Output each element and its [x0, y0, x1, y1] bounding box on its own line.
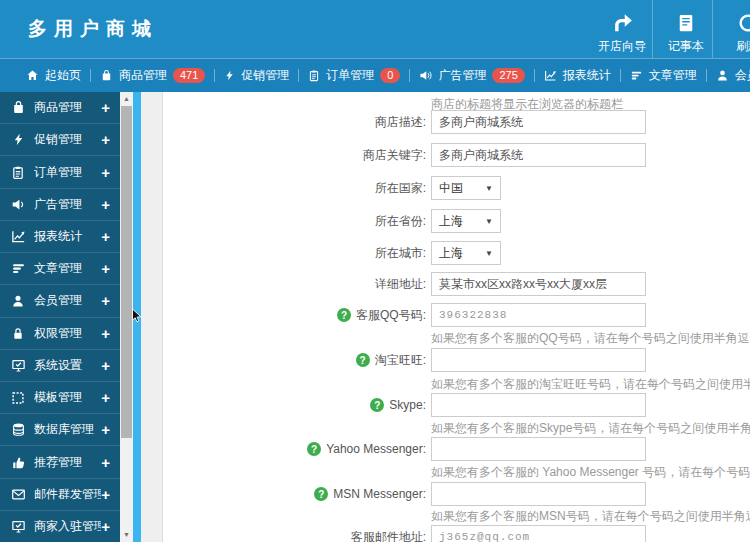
help-icon[interactable]: ? [370, 398, 384, 412]
field-label: 所在省份: [375, 213, 426, 230]
lock-icon [10, 326, 26, 341]
expand-plus-icon[interactable]: + [101, 390, 110, 405]
sidebar-item-goods[interactable]: 商品管理 + [0, 92, 120, 124]
sidebar-item-reports[interactable]: 报表统计 + [0, 221, 120, 253]
sidebar-item-label: 推荐管理 [34, 454, 101, 471]
goods-count-badge: 471 [173, 68, 205, 83]
field-label: 详细地址: [375, 276, 426, 293]
nav-item-label: 商品管理 [119, 67, 167, 84]
article-lines-icon [10, 261, 26, 276]
nav-item-promotion[interactable]: 促销管理 [224, 67, 289, 84]
lightning-icon [224, 69, 235, 82]
expand-plus-icon[interactable]: + [101, 293, 110, 308]
msn-messenger-input[interactable] [431, 482, 646, 506]
help-icon[interactable]: ? [307, 442, 321, 456]
city-select[interactable]: 上海 ▼ [431, 241, 501, 265]
qq-number-input[interactable] [431, 303, 646, 327]
yahoo-messenger-input[interactable] [431, 437, 646, 461]
sidebar-item-templates[interactable]: 模板管理 + [0, 382, 120, 414]
sidebar-item-merchant-entry[interactable]: 商家入驻管理 + [0, 511, 120, 542]
sidebar-item-members[interactable]: 会员管理 + [0, 285, 120, 317]
sidebar-item-promotion[interactable]: 促销管理 + [0, 124, 120, 156]
expand-plus-icon[interactable]: + [101, 100, 110, 115]
form-row-address: 详细地址: [163, 272, 646, 296]
nav-separator [214, 69, 215, 82]
expand-plus-icon[interactable]: + [101, 358, 110, 373]
merchant-monitor-icon [10, 519, 26, 534]
nav-separator [706, 69, 707, 82]
expand-plus-icon[interactable]: + [101, 229, 110, 244]
notepad-icon [656, 9, 716, 36]
expand-plus-icon[interactable]: + [101, 132, 110, 147]
chevron-down-icon: ▼ [485, 184, 493, 193]
nav-separator [409, 69, 410, 82]
chevron-down-icon: ▼ [485, 249, 493, 258]
open-shop-wizard-button[interactable]: 开店向导 [592, 9, 652, 55]
member-user-icon [716, 69, 729, 82]
sidebar-item-database[interactable]: 数据库管理 + [0, 414, 120, 446]
sidebar-item-mass-mail[interactable]: 邮件群发管理 + [0, 479, 120, 511]
nav-separator [534, 69, 535, 82]
field-label: 所在城市: [375, 245, 426, 262]
sidebar-item-label: 商品管理 [34, 99, 101, 116]
sidebar-item-system-settings[interactable]: 系统设置 + [0, 350, 120, 382]
expand-plus-icon[interactable]: + [101, 519, 110, 534]
form-row-shop-keywords: 商店关键字: [163, 143, 646, 167]
sidebar-item-ads[interactable]: 广告管理 + [0, 189, 120, 221]
ads-count-badge: 275 [492, 68, 524, 83]
expand-plus-icon[interactable]: + [101, 326, 110, 341]
shop-keywords-input[interactable] [431, 143, 646, 167]
taobao-wangwang-input[interactable] [431, 348, 646, 372]
expand-plus-icon[interactable]: + [101, 487, 110, 502]
settings-form-panel: 商店的标题将显示在浏览器的标题栏 商店描述: 商店关键字: 所在国家: 中国 ▼… [162, 92, 750, 542]
msn-hint: 如果您有多个客服的MSN号码，请在每个号码之间使用半角逗号（,）分隔。 [431, 509, 750, 523]
selected-value: 上海 [439, 245, 463, 262]
scroll-down-arrow-icon[interactable]: ▼ [120, 530, 133, 540]
order-clipboard-icon [308, 69, 320, 82]
province-select[interactable]: 上海 ▼ [431, 209, 501, 233]
form-row-service-email: 客服邮件地址: [163, 525, 646, 542]
notepad-button[interactable]: 记事本 [656, 9, 716, 55]
sidebar-item-label: 广告管理 [34, 196, 101, 213]
nav-item-home[interactable]: 起始页 [26, 67, 81, 84]
nav-item-orders[interactable]: 订单管理 0 [308, 67, 400, 84]
header-separator [652, 0, 653, 58]
field-label: 商店关键字: [363, 147, 426, 164]
form-row-taobao-wangwang: ? 淘宝旺旺: [163, 348, 646, 372]
form-row-qq: ? 客服QQ号码: [163, 303, 646, 327]
sidebar-item-recommend[interactable]: 推荐管理 + [0, 446, 120, 478]
expand-plus-icon[interactable]: + [101, 165, 110, 180]
sidebar-item-permissions[interactable]: 权限管理 + [0, 318, 120, 350]
database-icon [10, 422, 26, 437]
service-email-input[interactable] [431, 525, 646, 542]
skype-input[interactable] [431, 393, 646, 417]
home-icon [26, 69, 39, 82]
nav-item-members[interactable]: 会员管理 [716, 67, 750, 84]
scroll-up-arrow-icon[interactable]: ▲ [120, 94, 133, 104]
sidebar-item-orders[interactable]: 订单管理 + [0, 156, 120, 188]
refresh-button[interactable]: 刷新 [718, 9, 750, 55]
help-icon[interactable]: ? [314, 487, 328, 501]
shop-description-input[interactable] [431, 110, 646, 134]
field-label: 商店描述: [375, 114, 426, 131]
main-nav: 起始页 商品管理 471 促销管理 订单管理 0 广告管理 275 报表统计 文… [0, 58, 750, 92]
sidebar-scrollbar[interactable]: ▲ ▼ [120, 92, 133, 542]
help-icon[interactable]: ? [337, 308, 351, 322]
form-row-province: 所在省份: 上海 ▼ [163, 209, 501, 233]
expand-plus-icon[interactable]: + [101, 422, 110, 437]
nav-item-reports[interactable]: 报表统计 [544, 67, 611, 84]
expand-plus-icon[interactable]: + [101, 197, 110, 212]
thumbs-up-icon [10, 455, 26, 470]
help-icon[interactable]: ? [356, 353, 370, 367]
expand-plus-icon[interactable]: + [101, 455, 110, 470]
country-select[interactable]: 中国 ▼ [431, 176, 501, 200]
sidebar-item-articles[interactable]: 文章管理 + [0, 253, 120, 285]
nav-item-articles[interactable]: 文章管理 [630, 67, 697, 84]
field-label: 淘宝旺旺: [375, 352, 426, 369]
nav-item-goods[interactable]: 商品管理 471 [100, 67, 205, 84]
nav-item-ads[interactable]: 广告管理 275 [419, 67, 524, 84]
skype-hint: 如果您有多个客服的Skype号码，请在每个号码之间使用半角逗号（,）分隔。提示： [431, 421, 750, 435]
address-input[interactable] [431, 272, 646, 296]
expand-plus-icon[interactable]: + [101, 261, 110, 276]
scrollbar-thumb[interactable] [121, 106, 132, 438]
